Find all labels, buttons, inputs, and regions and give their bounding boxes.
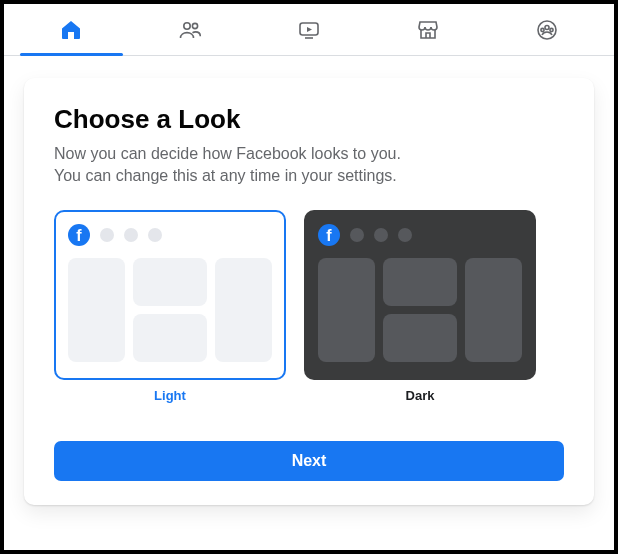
light-preview: f	[54, 210, 286, 380]
preview-dot	[350, 228, 364, 242]
svg-point-5	[545, 25, 549, 29]
nav-marketplace[interactable]	[368, 4, 487, 55]
theme-option-light[interactable]: f Light	[54, 210, 286, 403]
watch-icon	[297, 18, 321, 42]
marketplace-icon	[416, 18, 440, 42]
dialog-title: Choose a Look	[54, 104, 564, 135]
preview-block	[383, 314, 457, 362]
preview-block	[465, 258, 522, 362]
svg-point-6	[540, 28, 543, 31]
appearance-card: Choose a Look Now you can decide how Fac…	[24, 78, 594, 505]
dark-preview: f	[304, 210, 536, 380]
preview-dot	[124, 228, 138, 242]
theme-label-light: Light	[154, 388, 186, 403]
preview-dot	[398, 228, 412, 242]
preview-block	[383, 258, 457, 306]
groups-icon	[535, 18, 559, 42]
subtitle-line-2: You can change this at any time in your …	[54, 167, 397, 184]
theme-label-dark: Dark	[406, 388, 435, 403]
preview-block	[68, 258, 125, 362]
preview-block	[133, 314, 207, 362]
nav-groups[interactable]	[487, 4, 606, 55]
facebook-logo-icon: f	[68, 224, 90, 246]
friends-icon	[178, 18, 202, 42]
svg-point-1	[193, 23, 198, 28]
nav-friends[interactable]	[131, 4, 250, 55]
preview-block	[318, 258, 375, 362]
dialog-subtitle: Now you can decide how Facebook looks to…	[54, 143, 564, 186]
next-button[interactable]: Next	[54, 441, 564, 481]
nav-watch[interactable]	[250, 4, 369, 55]
top-nav	[4, 4, 614, 56]
preview-dot	[374, 228, 388, 242]
preview-dot	[100, 228, 114, 242]
theme-options: f Light f	[54, 210, 564, 403]
preview-block	[215, 258, 272, 362]
preview-block	[133, 258, 207, 306]
nav-home[interactable]	[12, 4, 131, 55]
preview-dot	[148, 228, 162, 242]
home-icon	[59, 18, 83, 42]
svg-point-0	[184, 22, 190, 28]
page-body: Choose a Look Now you can decide how Fac…	[4, 56, 614, 525]
subtitle-line-1: Now you can decide how Facebook looks to…	[54, 145, 401, 162]
facebook-logo-icon: f	[318, 224, 340, 246]
theme-option-dark[interactable]: f Dark	[304, 210, 536, 403]
svg-point-7	[549, 28, 552, 31]
